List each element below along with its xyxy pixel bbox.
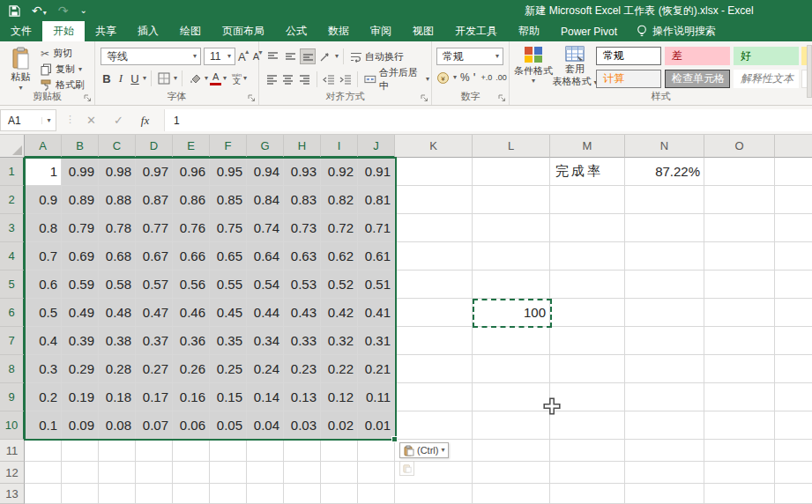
cell-N2[interactable] (625, 186, 704, 214)
column-header-K[interactable]: K (395, 135, 473, 158)
cell-B9[interactable]: 0.19 (62, 383, 99, 411)
fill-color-button[interactable] (187, 70, 203, 86)
cell-H12[interactable] (284, 462, 321, 484)
cell-H7[interactable]: 0.33 (284, 327, 321, 355)
cell-M4[interactable] (550, 242, 625, 271)
cell-I5[interactable]: 0.52 (321, 271, 358, 299)
customize-qat-icon[interactable]: ⌄ (79, 6, 86, 15)
cell-G3[interactable]: 0.74 (247, 214, 284, 242)
cell-K6[interactable] (395, 299, 473, 327)
cell-J9[interactable]: 0.11 (358, 383, 395, 411)
cell-N9[interactable] (625, 383, 704, 411)
cell-I6[interactable]: 0.42 (321, 299, 358, 327)
column-header-M[interactable]: M (550, 135, 625, 158)
cell-A13[interactable] (25, 484, 62, 504)
cell-G6[interactable]: 0.44 (247, 299, 284, 327)
cell-B13[interactable] (62, 484, 99, 504)
row-header-12[interactable]: 12 (0, 462, 25, 484)
cell-N3[interactable] (625, 214, 704, 242)
cell-I10[interactable]: 0.02 (321, 411, 358, 440)
cell-P8[interactable] (775, 355, 812, 383)
cell-C1[interactable]: 0.98 (99, 158, 136, 186)
cell-N10[interactable] (625, 411, 704, 440)
cell-E7[interactable]: 0.36 (173, 327, 210, 355)
cell-P4[interactable] (775, 242, 812, 271)
cell-K7[interactable] (395, 327, 473, 355)
cell-A12[interactable] (25, 462, 62, 484)
cell-E5[interactable]: 0.56 (173, 271, 210, 299)
cell-H3[interactable]: 0.73 (284, 214, 321, 242)
clipboard-dialog-launcher-icon[interactable] (84, 94, 92, 102)
cell-F5[interactable]: 0.55 (210, 271, 247, 299)
cell-I9[interactable]: 0.12 (321, 383, 358, 411)
cell-G5[interactable]: 0.54 (247, 271, 284, 299)
cell-O3[interactable] (704, 214, 775, 242)
cell-O1[interactable] (704, 158, 775, 186)
tab-insert[interactable]: 插入 (127, 21, 169, 41)
column-header-J[interactable]: J (358, 135, 395, 158)
cell-F2[interactable]: 0.85 (210, 186, 247, 214)
cell-P10[interactable] (775, 411, 812, 440)
cell-N8[interactable] (625, 355, 704, 383)
cell-D7[interactable]: 0.37 (136, 327, 173, 355)
row-header-7[interactable]: 7 (0, 327, 25, 355)
row-header-8[interactable]: 8 (0, 355, 25, 383)
insert-function-icon[interactable]: fx (141, 114, 149, 128)
row-header-1[interactable]: 1 (0, 158, 25, 186)
row-header-5[interactable]: 5 (0, 271, 25, 299)
cell-A7[interactable]: 0.4 (25, 327, 62, 355)
italic-button[interactable]: I (115, 71, 127, 85)
cell-N1[interactable]: 87.22% (625, 158, 704, 186)
cell-P6[interactable] (775, 299, 812, 327)
cell-D13[interactable] (136, 484, 173, 504)
paste-options-button[interactable]: (Ctrl) ▾ (399, 442, 449, 458)
cell-C4[interactable]: 0.68 (99, 242, 136, 271)
cell-M3[interactable] (550, 214, 625, 242)
cell-G12[interactable] (247, 462, 284, 484)
cell-F6[interactable]: 0.45 (210, 299, 247, 327)
alignment-dialog-launcher-icon[interactable] (421, 94, 428, 102)
cell-J10[interactable]: 0.01 (358, 411, 395, 440)
decrease-indent-icon[interactable] (322, 71, 337, 87)
cell-M8[interactable] (550, 355, 625, 383)
cell-E2[interactable]: 0.86 (173, 186, 210, 214)
cell-C10[interactable]: 0.08 (99, 411, 136, 440)
tab-view[interactable]: 视图 (402, 21, 444, 41)
cell-D1[interactable]: 0.97 (136, 158, 173, 186)
cell-E11[interactable] (173, 440, 210, 462)
column-header-G[interactable]: G (247, 135, 284, 158)
number-dialog-launcher-icon[interactable] (498, 94, 506, 102)
cell-E10[interactable]: 0.06 (173, 411, 210, 440)
cell-I7[interactable]: 0.32 (321, 327, 358, 355)
cell-A1[interactable]: 1 (25, 158, 62, 186)
style-chip-4[interactable]: 检查单元格 (665, 70, 730, 88)
paste-preview-button[interactable] (399, 461, 414, 476)
cell-F9[interactable]: 0.15 (210, 383, 247, 411)
cell-L2[interactable] (473, 186, 550, 214)
cell-G2[interactable]: 0.84 (247, 186, 284, 214)
cell-B1[interactable]: 0.99 (62, 158, 99, 186)
cell-O11[interactable] (704, 440, 775, 462)
cell-N12[interactable] (625, 462, 704, 484)
row-header-3[interactable]: 3 (0, 214, 25, 242)
cell-O12[interactable] (704, 462, 775, 484)
cell-I3[interactable]: 0.72 (321, 214, 358, 242)
cell-F1[interactable]: 0.95 (210, 158, 247, 186)
cell-C9[interactable]: 0.18 (99, 383, 136, 411)
font-size-combo[interactable]: 11 ▾ (204, 48, 235, 65)
cell-J13[interactable] (358, 484, 395, 504)
align-top-icon[interactable] (264, 48, 280, 64)
cell-A11[interactable] (25, 440, 62, 462)
cell-A5[interactable]: 0.6 (25, 271, 62, 299)
decrease-decimal-icon[interactable]: .00 (495, 73, 507, 82)
cell-O6[interactable] (704, 299, 775, 327)
cell-N13[interactable] (625, 484, 704, 504)
cell-I11[interactable] (321, 440, 358, 462)
cell-B5[interactable]: 0.59 (62, 271, 99, 299)
row-header-6[interactable]: 6 (0, 299, 25, 327)
cell-C8[interactable]: 0.28 (99, 355, 136, 383)
cell-K3[interactable] (395, 214, 473, 242)
cut-button[interactable]: ✂ 剪切 (41, 47, 85, 60)
cell-C12[interactable] (99, 462, 136, 484)
cell-E6[interactable]: 0.46 (173, 299, 210, 327)
